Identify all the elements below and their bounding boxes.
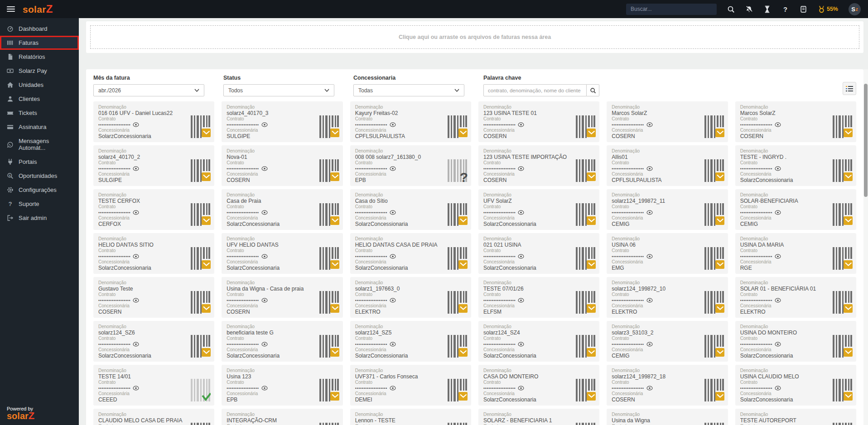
sidebar-item-faturas[interactable]: Faturas: [0, 36, 79, 50]
invoice-barcode-icon[interactable]: [576, 159, 596, 184]
invoice-barcode-icon[interactable]: [191, 247, 211, 272]
toggle-contract-visibility-icon[interactable]: [261, 298, 268, 303]
invoice-barcode-icon[interactable]: [704, 159, 724, 184]
invoice-barcode-icon[interactable]: [448, 203, 468, 228]
invoice-card[interactable]: Denominação Usina 123 Contrato •••••••••…: [222, 365, 342, 406]
invoice-barcode-icon[interactable]: [319, 379, 339, 403]
invoice-card[interactable]: Denominação HELIO DANTAS SITIO Contrato …: [93, 233, 214, 274]
invoice-card[interactable]: Denominação Kayury Freitas-02 Contrato •…: [350, 101, 471, 142]
gamification-badge[interactable]: 55%: [818, 5, 838, 13]
invoice-barcode-icon[interactable]: [191, 335, 211, 359]
invoice-card[interactable]: Denominação 021 021 USINA Contrato •••••…: [478, 233, 599, 274]
toggle-contract-visibility-icon[interactable]: [646, 122, 653, 127]
toggle-contract-visibility-icon[interactable]: [390, 298, 396, 303]
invoice-card[interactable]: Denominação USINA 06 Contrato ••••••••••…: [607, 233, 728, 274]
invoice-barcode-icon[interactable]: [319, 423, 339, 425]
sidebar-item-dashboard[interactable]: Dashboard: [0, 22, 79, 36]
invoice-barcode-icon[interactable]: [448, 423, 468, 425]
invoice-barcode-icon[interactable]: [319, 159, 339, 184]
toggle-contract-visibility-icon[interactable]: [775, 122, 781, 127]
toggle-contract-visibility-icon[interactable]: [133, 166, 139, 171]
invoice-card[interactable]: Denominação TESTE CERFOX Contrato ••••••…: [93, 189, 214, 230]
invoice-card[interactable]: Denominação solarz124_SZ5 Contrato •••••…: [350, 321, 471, 362]
invoice-card[interactable]: Denominação 016 016 UFV - Daniel Lucas22…: [93, 101, 214, 142]
invoice-barcode-icon[interactable]: [191, 423, 211, 425]
global-search-input[interactable]: [626, 4, 717, 15]
invoice-card[interactable]: Denominação INTEGRAÇÃO-CRM Contrato ••••…: [222, 409, 342, 425]
invoice-barcode-icon[interactable]: [448, 115, 468, 140]
invoice-card[interactable]: Denominação solarz4_40170_3 Contrato •••…: [222, 101, 342, 142]
invoice-barcode-icon[interactable]: [833, 247, 853, 272]
invoice-card[interactable]: Denominação solarz124_199872_10 Contrato…: [607, 277, 728, 318]
toggle-contract-visibility-icon[interactable]: [775, 342, 781, 347]
invoice-card[interactable]: Denominação 123 USINA TESTE IMPORTAÇÃO C…: [478, 145, 599, 186]
invoice-card[interactable]: Denominação TESTE - INGRYD . Contrato ••…: [735, 145, 856, 186]
invoice-card[interactable]: Denominação solarz124_199872_11 Contrato…: [607, 189, 728, 230]
invoice-card[interactable]: Denominação Casa do Sítio Contrato •••••…: [350, 189, 471, 230]
toggle-contract-visibility-icon[interactable]: [390, 386, 396, 391]
invoice-card[interactable]: Denominação solarz124_SZ4 Contrato •••••…: [478, 321, 599, 362]
invoice-barcode-icon[interactable]: [704, 247, 724, 272]
invoice-card[interactable]: Denominação UVF371 - Carlos Fonseca Cont…: [350, 365, 471, 406]
invoice-barcode-icon[interactable]: [191, 379, 211, 403]
invoice-barcode-icon[interactable]: [704, 203, 724, 228]
toggle-contract-visibility-icon[interactable]: [646, 210, 653, 215]
invoice-barcode-icon[interactable]: [704, 291, 724, 315]
invoice-barcode-icon[interactable]: [448, 335, 468, 359]
invoice-barcode-icon[interactable]: [833, 115, 853, 140]
toggle-contract-visibility-icon[interactable]: [775, 298, 781, 303]
sidebar-item-sair-admin[interactable]: Sair admin: [0, 211, 79, 225]
sidebar-item-mensagens-automat[interactable]: Mensagens Automát...: [0, 134, 79, 155]
scrollbar-thumb[interactable]: [864, 84, 868, 197]
sidebar-item-solarz-pay[interactable]: Solarz Pay: [0, 64, 79, 78]
menu-icon[interactable]: [7, 5, 15, 13]
invoice-barcode-icon[interactable]: ?: [448, 159, 468, 184]
toggle-contract-visibility-icon[interactable]: [261, 254, 268, 259]
invoice-card[interactable]: Denominação UFV HELIO DANTAS Contrato ••…: [222, 233, 342, 274]
toggle-contract-visibility-icon[interactable]: [518, 298, 524, 303]
invoice-card[interactable]: Denominação solarz3_53103_2 Contrato •••…: [607, 321, 728, 362]
month-filter-select[interactable]: abr./2026: [93, 84, 204, 96]
invoice-card[interactable]: Denominação Usina da Wigna Contrato ••••…: [607, 409, 728, 425]
invoice-card[interactable]: Denominação CLAUDIO MELO CASA DE PRAIA C…: [93, 409, 214, 425]
invoice-card[interactable]: Denominação beneficiaria teste G Contrat…: [222, 321, 342, 362]
invoice-card[interactable]: Denominação TESTE 07/01/26 Contrato ••••…: [478, 277, 599, 318]
invoice-card[interactable]: Denominação HELIO DANTAS CASA DE PRAIA C…: [350, 233, 471, 274]
toggle-contract-visibility-icon[interactable]: [133, 342, 139, 347]
concession-filter-select[interactable]: Todas: [353, 84, 464, 96]
invoice-barcode-icon[interactable]: [576, 291, 596, 315]
toggle-contract-visibility-icon[interactable]: [646, 386, 653, 391]
sidebar-item-relatorios[interactable]: Relatórios: [0, 50, 79, 64]
list-view-toggle-button[interactable]: [843, 82, 856, 95]
invoice-card[interactable]: Denominação Marcos SolarZ Contrato •••••…: [735, 101, 856, 142]
toggle-contract-visibility-icon[interactable]: [646, 254, 653, 259]
toggle-contract-visibility-icon[interactable]: [775, 386, 781, 391]
invoice-barcode-icon[interactable]: [319, 335, 339, 359]
invoice-barcode-icon[interactable]: [833, 335, 853, 359]
toggle-contract-visibility-icon[interactable]: [518, 342, 524, 347]
sidebar-item-assinatura[interactable]: Assinatura: [0, 120, 79, 134]
invoice-dropzone[interactable]: Clique aqui ou arraste os arquivos de fa…: [86, 21, 863, 53]
brand-logo[interactable]: solarZ: [23, 3, 53, 15]
invoice-card[interactable]: Denominação USINA CLAUDIO MELO Contrato …: [735, 365, 856, 406]
invoice-card[interactable]: Denominação solarz124_SZ6 Contrato •••••…: [93, 321, 214, 362]
invoice-card[interactable]: Denominação Allis01 Contrato •••••••••••…: [607, 145, 728, 186]
help-icon[interactable]: ?: [781, 5, 789, 13]
invoice-barcode-icon[interactable]: [319, 115, 339, 140]
invoice-barcode-icon[interactable]: [191, 115, 211, 140]
toggle-contract-visibility-icon[interactable]: [133, 254, 139, 259]
notifications-off-icon[interactable]: [745, 5, 753, 13]
sidebar-item-clientes[interactable]: Clientes: [0, 92, 79, 106]
invoice-card[interactable]: Denominação TESTE 14/01 Contrato •••••••…: [93, 365, 214, 406]
toggle-contract-visibility-icon[interactable]: [646, 298, 653, 303]
invoice-barcode-icon[interactable]: [576, 203, 596, 228]
invoice-barcode-icon[interactable]: [704, 335, 724, 359]
scrollbar[interactable]: [863, 69, 868, 425]
toggle-contract-visibility-icon[interactable]: [133, 298, 139, 303]
toggle-contract-visibility-icon[interactable]: [261, 122, 268, 127]
invoice-card[interactable]: Denominação SOLAR-BENEFICIARIA Contrato …: [735, 189, 856, 230]
invoice-card[interactable]: Denominação Lennon - TESTE Contrato ••••…: [350, 409, 471, 425]
invoice-card[interactable]: Denominação TESTE AUTOREPORT Contrato ••…: [735, 409, 856, 425]
invoice-barcode-icon[interactable]: [191, 291, 211, 315]
invoice-card[interactable]: Denominação solarz1_197663_0 Contrato ••…: [350, 277, 471, 318]
